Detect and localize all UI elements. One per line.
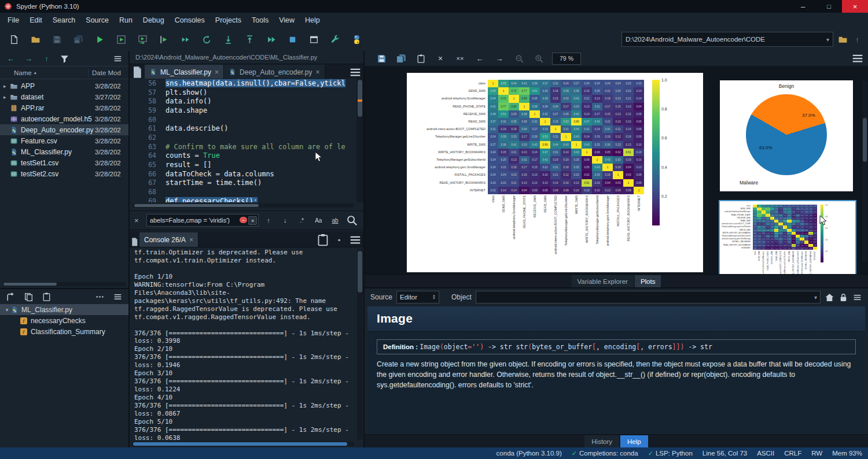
more-button[interactable]: [95, 292, 105, 302]
close-icon[interactable]: ×: [189, 236, 193, 244]
file-row[interactable]: testSet2.csv3/28/202: [0, 168, 128, 179]
open-file-button[interactable]: [25, 30, 46, 49]
save-plot-button[interactable]: [372, 51, 391, 65]
tab-help[interactable]: Help: [620, 435, 648, 447]
editor-options-button[interactable]: [347, 65, 363, 79]
zoom-out-button[interactable]: [509, 51, 529, 65]
help-options-button[interactable]: [852, 293, 862, 302]
remove-all-plots-button[interactable]: ××: [450, 51, 470, 65]
python-env-button[interactable]: [346, 30, 367, 49]
plots-vscrollbar[interactable]: [862, 81, 867, 262]
menu-tools[interactable]: Tools: [247, 16, 274, 24]
menu-run[interactable]: Run: [114, 16, 138, 24]
options-button[interactable]: [113, 292, 123, 302]
tab-plots[interactable]: Plots: [635, 275, 661, 287]
menu-view[interactable]: View: [274, 16, 300, 24]
editor-vscrollbar[interactable]: [356, 79, 363, 202]
next-plot-button[interactable]: →: [490, 51, 509, 65]
back-button[interactable]: ←: [6, 54, 16, 64]
regex-toggle-button[interactable]: .*: [295, 214, 309, 227]
file-row[interactable]: ML_Classifier.py3/28/202: [0, 146, 128, 157]
run-cell-advance-button[interactable]: [132, 30, 153, 49]
file-row[interactable]: ▸dataset3/27/202: [0, 91, 128, 102]
save-all-plots-button[interactable]: [391, 51, 411, 65]
parent-directory-button[interactable]: ↑: [852, 35, 862, 45]
up-button[interactable]: ↑: [42, 54, 52, 64]
forward-button[interactable]: →: [24, 54, 34, 64]
save-button[interactable]: [46, 30, 68, 49]
close-button[interactable]: ×: [842, 0, 868, 13]
find-close-button[interactable]: ×: [134, 216, 144, 225]
preferences-button[interactable]: [325, 30, 346, 49]
console-vscrollbar[interactable]: [357, 249, 363, 439]
working-directory-combo[interactable]: D:\2024\Android_Malware_Autoencoder\CODE…: [621, 32, 833, 47]
search-in-files-button[interactable]: [345, 214, 359, 227]
outline-item[interactable]: ƒClassification_Summary: [0, 326, 128, 337]
editor-tab-deep-auto-encoder-py[interactable]: Deep_Auto_encoder.py×: [224, 65, 325, 79]
rerun-cell-button[interactable]: [175, 30, 196, 49]
object-combo[interactable]: ▾: [476, 291, 821, 303]
files-column-date[interactable]: Date Mod: [88, 69, 128, 76]
console-hscrollbar[interactable]: [132, 442, 354, 446]
run-selection-button[interactable]: [153, 30, 175, 49]
step-into-button[interactable]: [218, 30, 239, 49]
menu-source[interactable]: Source: [80, 16, 114, 24]
maximize-pane-button[interactable]: [303, 30, 325, 49]
console-tab[interactable]: Console 26/A ×: [139, 232, 198, 247]
editor-hscrollbar[interactable]: [132, 203, 354, 208]
file-row[interactable]: Feature.csv3/28/202: [0, 135, 128, 146]
menu-search[interactable]: Search: [47, 16, 81, 24]
minimize-button[interactable]: –: [790, 0, 816, 13]
zoom-level[interactable]: 79 %: [552, 53, 581, 65]
run-button[interactable]: [89, 30, 111, 49]
prev-plot-button[interactable]: ←: [470, 51, 490, 65]
close-icon[interactable]: ×: [215, 68, 219, 76]
lock-button[interactable]: [838, 293, 848, 302]
follow-cursor-button[interactable]: [6, 292, 16, 302]
file-row[interactable]: Deep_Auto_encoder.py3/28/202: [0, 124, 128, 135]
source-combo[interactable]: Editor ▲▼: [396, 291, 439, 303]
new-file-button[interactable]: [3, 30, 25, 49]
file-row[interactable]: testSet1.csv3/28/202: [0, 157, 128, 168]
clear-search-icon[interactable]: ×: [248, 216, 257, 225]
inspect-button[interactable]: [315, 233, 331, 247]
file-row[interactable]: ▸APP3/28/202: [0, 80, 128, 91]
menu-file[interactable]: File: [2, 16, 24, 24]
continue-button[interactable]: [260, 30, 282, 49]
menu-edit[interactable]: Edit: [24, 16, 47, 24]
plots-options-button[interactable]: [849, 51, 866, 65]
browse-tabs-button[interactable]: [130, 65, 145, 79]
menu-debug[interactable]: Debug: [138, 16, 170, 24]
find-next-button[interactable]: ↓: [278, 214, 292, 227]
filter-button[interactable]: [60, 54, 69, 64]
rerun-button[interactable]: [196, 30, 218, 49]
expand-button[interactable]: [42, 292, 52, 302]
save-all-button[interactable]: [68, 30, 89, 49]
collapse-button[interactable]: [24, 292, 34, 302]
menu-projects[interactable]: Projects: [210, 16, 247, 24]
menu-help[interactable]: Help: [300, 16, 325, 24]
interrupt-kernel-button[interactable]: ▪: [331, 233, 347, 247]
editor-tab-ml-classifier-py[interactable]: ML_Classifier.py×: [145, 65, 224, 79]
menu-consoles[interactable]: Consoles: [170, 16, 210, 24]
tab-variable-explorer[interactable]: Variable Explorer: [572, 275, 634, 287]
console-options-button[interactable]: [347, 233, 363, 247]
file-row[interactable]: APP.rar3/28/202: [0, 102, 128, 113]
heatmap-thumbnail[interactable]: class10.550.440.410.390.370.310.240.270.…: [719, 200, 856, 275]
stop-button[interactable]: [282, 30, 303, 49]
tab-history[interactable]: History: [584, 435, 619, 447]
outline-item[interactable]: ƒnecessaryChecks: [0, 315, 128, 326]
remove-plot-button[interactable]: ×: [431, 51, 450, 65]
file-row[interactable]: autoencoder_model.h53/28/202: [0, 113, 128, 124]
outline-item[interactable]: ▾ML_Classifier.py: [0, 304, 128, 315]
options-button[interactable]: [113, 54, 123, 64]
files-hscrollbar[interactable]: [2, 282, 126, 286]
console-output[interactable]: tf.train.Optimizer is deprecated. Please…: [134, 249, 355, 441]
browse-directory-button[interactable]: [838, 35, 848, 45]
copy-plot-button[interactable]: [411, 51, 431, 65]
match-case-button[interactable]: Aa: [311, 214, 325, 227]
close-icon[interactable]: ×: [315, 68, 319, 76]
new-console-button[interactable]: [130, 237, 139, 247]
home-button[interactable]: [825, 293, 834, 302]
zoom-in-button[interactable]: [529, 51, 549, 65]
